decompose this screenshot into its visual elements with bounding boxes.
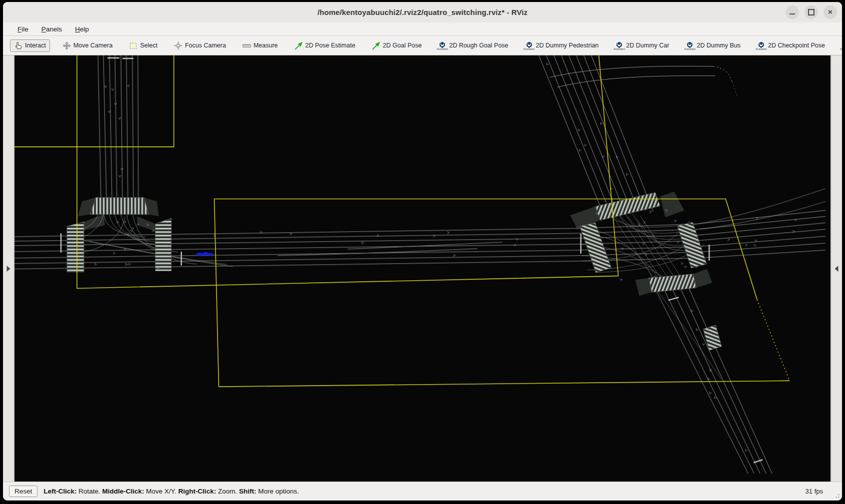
autoware-icon: Autoware <box>525 41 534 50</box>
tool-select[interactable]: Select <box>125 39 162 52</box>
minimize-icon <box>790 13 795 14</box>
tool-label: 2D Pose Estimate <box>306 42 356 49</box>
menu-item-help[interactable]: Help <box>70 24 94 34</box>
tool-2d-pose-estimate[interactable]: 2D Pose Estimate <box>290 39 360 52</box>
pose-arrow-icon <box>372 41 380 50</box>
left-panel-expand-arrow-icon[interactable] <box>7 266 10 272</box>
ruler-icon <box>242 41 251 50</box>
selection-rect-topleft <box>14 55 174 147</box>
selection-rectangles <box>14 55 790 387</box>
tool-label: 2D Rough Goal Pose <box>449 42 508 49</box>
autoware-caption: Autoware <box>840 48 842 50</box>
tool-2d-checkpoint-pose[interactable]: Autoware2D Checkpoint Pose <box>753 39 829 52</box>
tool-label: 2D Goal Pose <box>383 42 422 49</box>
tool-focus-camera[interactable]: Focus Camera <box>170 39 230 52</box>
autoware-icon: Autoware <box>686 41 694 50</box>
tool-2d-dummy-bus[interactable]: Autoware2D Dummy Bus <box>682 39 744 52</box>
tool-interact[interactable]: Interact <box>10 39 50 52</box>
hand-icon <box>14 41 22 50</box>
close-icon: × <box>828 8 832 15</box>
right-panel-collapsed[interactable] <box>830 55 842 482</box>
tool-label: 2D Checkpoint Pose <box>768 42 825 49</box>
status-bar: Reset Left-Click: Rotate. Middle-Click: … <box>3 482 842 501</box>
mouse-hints: Left-Click: Rotate. Middle-Click: Move X… <box>44 488 299 495</box>
crosswalks <box>67 192 722 350</box>
autoware-caption: Autoware <box>684 48 696 50</box>
tool-measure[interactable]: Measure <box>238 39 282 52</box>
autoware-caption: Autoware <box>614 48 625 50</box>
move-camera-icon <box>62 41 71 50</box>
tool-label: Select <box>140 42 158 49</box>
reset-button[interactable]: Reset <box>9 486 38 497</box>
close-button[interactable]: × <box>824 5 837 19</box>
tool-label: Measure <box>254 42 278 49</box>
minimize-button[interactable] <box>786 5 799 19</box>
tool-label: 2D Dummy Pedestrian <box>536 42 599 49</box>
viewport-row <box>3 55 842 482</box>
autoware-icon: Autoware <box>438 41 446 50</box>
autoware-caption: Autoware <box>756 48 767 50</box>
window-title: /home/kentoyabuuchi2/.rviz2/quatro_switc… <box>318 8 528 16</box>
select-box-icon <box>129 41 138 50</box>
tool-label: Focus Camera <box>185 42 226 49</box>
selection-rect-wide-dotted-edge <box>757 300 790 381</box>
autoware-icon: Autoware <box>615 41 624 50</box>
autoware-icon: Autoware <box>757 41 766 50</box>
menu-item-file[interactable]: File <box>12 24 34 34</box>
tool-2d-dummy-pedestrian[interactable]: Autoware2D Dummy Pedestrian <box>521 39 603 52</box>
autoware-caption: Autoware <box>437 48 448 50</box>
tool-label: Interact <box>25 42 46 49</box>
right-panel-expand-arrow-icon[interactable] <box>835 266 838 272</box>
tool-2d-goal-pose[interactable]: 2D Goal Pose <box>368 39 426 52</box>
maximize-icon <box>808 9 814 15</box>
left-panel-collapsed[interactable] <box>3 55 14 482</box>
selection-rect-wide <box>214 199 758 387</box>
tool-label: Move Camera <box>74 42 113 49</box>
autoware-caption: Autoware <box>524 48 535 50</box>
blue-marker <box>194 252 214 255</box>
menu-bar: FilePanelsHelp <box>3 22 842 36</box>
lanelet-map[interactable] <box>14 55 830 482</box>
autoware-icon: Autoware <box>842 41 842 50</box>
focus-crosshair-icon <box>174 41 182 50</box>
toolbar-tools: InteractMove CameraSelectFocus CameraMea… <box>10 39 842 52</box>
tool-move-camera[interactable]: Move Camera <box>58 39 117 52</box>
maximize-button[interactable] <box>804 5 818 19</box>
toolbar: InteractMove CameraSelectFocus CameraMea… <box>3 36 842 55</box>
render-viewport[interactable] <box>14 55 830 482</box>
pose-arrow-icon <box>294 41 303 50</box>
window-controls: × <box>786 5 837 19</box>
rviz-window: /home/kentoyabuuchi2/.rviz2/quatro_switc… <box>3 2 842 501</box>
fps-counter: 31 fps <box>806 488 836 495</box>
tool-label: 2D Dummy Car <box>626 42 669 49</box>
tool-delete-all-objects[interactable]: AutowareDelete All Objects <box>838 39 842 52</box>
title-bar[interactable]: /home/kentoyabuuchi2/.rviz2/quatro_switc… <box>3 2 842 22</box>
menu-item-panels[interactable]: Panels <box>36 24 68 34</box>
tool-label: 2D Dummy Bus <box>696 42 740 49</box>
tool-2d-rough-goal-pose[interactable]: Autoware2D Rough Goal Pose <box>434 39 512 52</box>
tool-2d-dummy-car[interactable]: Autoware2D Dummy Car <box>611 39 673 52</box>
